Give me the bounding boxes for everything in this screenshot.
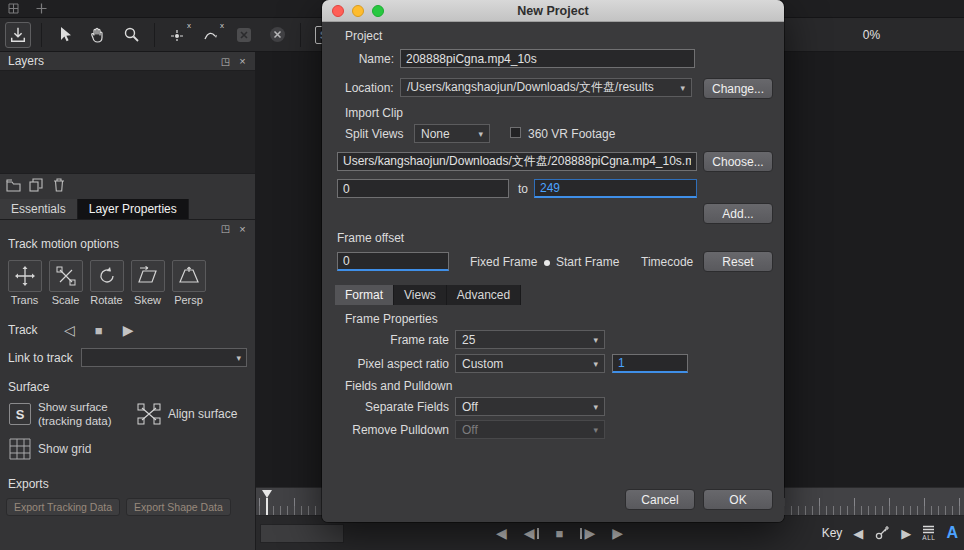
pixel-aspect-ratio-select[interactable]: Custom <box>455 354 605 373</box>
clip-path-input[interactable] <box>337 152 697 171</box>
show-surface-icon[interactable]: S <box>9 403 31 425</box>
zoom-tool-icon[interactable] <box>118 22 144 48</box>
show-grid-label[interactable]: Show grid <box>38 442 91 456</box>
add-clip-button[interactable]: Add... <box>703 203 773 224</box>
range-end-input[interactable] <box>534 179 697 198</box>
frame-offset-input[interactable] <box>337 252 449 271</box>
show-surface-line2: (tracking data) <box>38 415 112 427</box>
tool-scale[interactable]: Scale <box>46 260 85 306</box>
tool-translation[interactable]: Trans <box>5 260 44 306</box>
stop-button[interactable]: ■ <box>556 523 564 543</box>
show-grid-icon[interactable] <box>9 438 31 460</box>
close-panel-icon[interactable] <box>236 222 249 235</box>
skip-backward-button[interactable]: ◀ <box>496 523 507 543</box>
float-panel-icon[interactable] <box>219 55 232 68</box>
split-views-label: Split Views <box>345 127 403 141</box>
start-frame-radio[interactable]: Start Frame <box>544 255 619 269</box>
float-panel-icon[interactable] <box>219 222 232 235</box>
export-tracking-data-button[interactable]: Export Tracking Data <box>6 498 120 516</box>
tool-rotate[interactable]: Rotate <box>87 260 126 306</box>
exports-row: Export Tracking Data Export Shape Data <box>0 491 255 516</box>
tab-layer-properties[interactable]: Layer Properties <box>78 199 189 219</box>
align-surface-label[interactable]: Align surface <box>168 407 237 421</box>
track-disabled-icon <box>231 22 257 48</box>
track-label: Track <box>8 323 44 337</box>
tool-perspective[interactable]: Persp <box>169 260 208 306</box>
track-stop-button[interactable]: ■ <box>95 323 103 338</box>
frame-properties-label: Frame Properties <box>345 312 438 326</box>
vr-footage-label[interactable]: 360 VR Footage <box>528 127 615 141</box>
new-project-dialog: New Project Project Name: Location: /Use… <box>322 0 784 522</box>
skip-forward-button[interactable]: ▶ <box>612 523 623 543</box>
delete-layer-icon[interactable] <box>51 177 67 193</box>
frame-rate-select[interactable]: 25 <box>455 330 605 349</box>
frame-offset-label: Frame offset <box>337 231 404 245</box>
cancel-button[interactable]: Cancel <box>625 489 695 510</box>
chevron-down-icon <box>593 335 598 345</box>
track-motion-icon[interactable]: x <box>198 22 224 48</box>
next-keyframe-button[interactable]: ▶ <box>901 526 911 541</box>
step-backward-button[interactable]: ◀ <box>524 523 539 543</box>
dialog-body: Project Name: Location: /Users/kangshaoj… <box>322 22 784 522</box>
link-to-track-select[interactable] <box>81 348 247 367</box>
separate-fields-select[interactable]: Off <box>455 397 605 416</box>
remove-pulldown-label: Remove Pulldown <box>322 423 449 437</box>
toolbar-divider <box>41 23 42 47</box>
new-layer-icon[interactable] <box>5 177 21 193</box>
pan-hand-icon[interactable] <box>85 22 111 48</box>
tool-label: Rotate <box>90 294 122 306</box>
remove-pulldown-select: Off <box>455 420 605 439</box>
all-layers-toggle[interactable]: ALL <box>922 525 935 542</box>
playhead-marker[interactable] <box>262 490 272 515</box>
minimize-window-button[interactable] <box>352 5 364 17</box>
track-backwards-button[interactable]: ◁ <box>64 322 75 338</box>
panel-tab-bar: Essentials Layer Properties <box>0 199 255 220</box>
dialog-title: New Project <box>517 4 589 18</box>
change-location-button[interactable]: Change... <box>703 78 773 99</box>
location-select[interactable]: /Users/kangshaojun/Downloads/文件盘/results <box>400 78 692 97</box>
step-bar <box>537 528 539 539</box>
dialog-titlebar[interactable]: New Project <box>322 0 784 22</box>
surface-row: S Show surface (tracking data) Align sur… <box>0 394 255 429</box>
close-window-button[interactable] <box>332 5 344 17</box>
project-name-input[interactable] <box>400 49 695 68</box>
track-forwards-button[interactable]: ▶ <box>123 322 134 338</box>
choose-clip-button[interactable]: Choose... <box>703 151 773 172</box>
align-surface-icon[interactable] <box>137 403 161 425</box>
zoom-window-button[interactable] <box>372 5 384 17</box>
tab-essentials[interactable]: Essentials <box>0 199 78 219</box>
split-views-select[interactable]: None <box>414 124 490 143</box>
layers-list[interactable] <box>0 70 255 174</box>
previous-keyframe-button[interactable]: ◀ <box>853 526 863 541</box>
fixed-frame-radio[interactable]: Fixed Frame <box>470 255 537 269</box>
rotate-icon <box>90 260 124 292</box>
show-surface-label[interactable]: Show surface (tracking data) <box>38 400 130 429</box>
ok-button[interactable]: OK <box>703 489 773 510</box>
duplicate-layer-icon[interactable] <box>28 177 44 193</box>
tab-format[interactable]: Format <box>335 285 394 305</box>
range-start-input[interactable] <box>337 179 509 198</box>
surface-title: Surface <box>0 367 255 394</box>
close-panel-icon[interactable] <box>236 55 249 68</box>
par-custom-input[interactable] <box>612 354 688 373</box>
autosave-indicator-icon[interactable]: A <box>946 524 958 542</box>
vr-footage-checkbox[interactable] <box>510 127 521 138</box>
move-tool-mini-icon[interactable] <box>35 3 47 15</box>
tool-label: Skew <box>134 294 161 306</box>
tab-views[interactable]: Views <box>394 285 447 305</box>
export-shape-data-button[interactable]: Export Shape Data <box>126 498 231 516</box>
step-forward-button[interactable]: ▶ <box>580 523 595 543</box>
timecode-radio[interactable]: Timecode <box>641 255 693 269</box>
playhead-stem <box>266 498 268 515</box>
layers-title: Layers <box>8 54 215 68</box>
tab-advanced[interactable]: Advanced <box>447 285 521 305</box>
export-module-icon[interactable] <box>5 22 31 48</box>
tool-skew[interactable]: Skew <box>128 260 167 306</box>
reset-button[interactable]: Reset <box>703 251 773 272</box>
add-keyframe-icon[interactable] <box>874 525 890 541</box>
workspace-grid-icon[interactable] <box>7 3 19 15</box>
project-section-label: Project <box>345 29 382 43</box>
track-stop-icon[interactable] <box>264 22 290 48</box>
pointer-tool-icon[interactable] <box>52 22 78 48</box>
track-point-icon[interactable]: x <box>165 22 191 48</box>
